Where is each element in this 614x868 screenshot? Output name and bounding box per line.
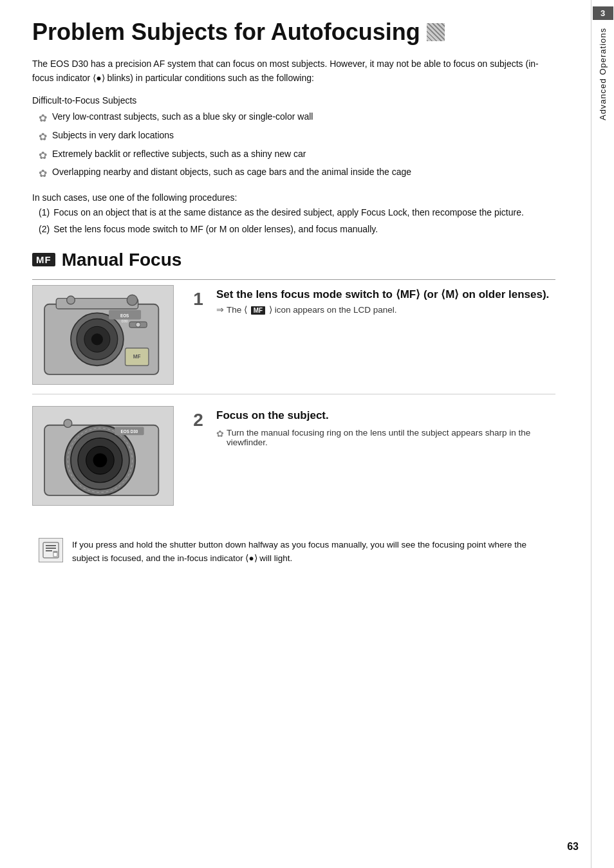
bullet-icon: ✿ <box>39 165 47 182</box>
svg-text:EOS D30: EOS D30 <box>120 429 138 434</box>
sidebar: 3 Advanced Operations <box>591 0 614 868</box>
arrow-icon: ⇒ <box>216 304 224 315</box>
title-text: Problem Subjects for Autofocusing <box>32 19 420 45</box>
svg-point-5 <box>91 333 103 345</box>
step-1-header: 1 Set the lens focus mode switch to ⟨MF⟩… <box>187 288 555 315</box>
step-1-note: ⇒ The ⟨ MF ⟩ icon appears on the LCD pan… <box>216 304 549 315</box>
bullet-text: Subjects in very dark locations <box>52 128 174 142</box>
sidebar-number-badge: 3 <box>593 6 613 20</box>
svg-rect-26 <box>46 545 56 546</box>
step-2-title: Focus on the subject. <box>216 409 555 423</box>
note-box: If you press and hold the shutter button… <box>32 538 555 566</box>
step-2-image: EOS D30 <box>32 406 174 506</box>
intro-text: The EOS D30 has a precision AF system th… <box>32 59 539 83</box>
step-1-number: 1 <box>187 289 210 309</box>
svg-rect-27 <box>46 548 56 549</box>
page-title: Problem Subjects for Autofocusing <box>32 19 555 45</box>
bullet-text: Extremely backlit or reflective subjects… <box>52 147 306 161</box>
procedures-list: (1) Focus on an object that is at the sa… <box>32 205 555 237</box>
list-item: ✿ Very low-contrast subjects, such as a … <box>39 109 555 127</box>
mf-section-title: MF Manual Focus <box>32 250 555 270</box>
camera-illustration-1: EOS D30 MF <box>39 288 167 382</box>
svg-text:EOS: EOS <box>120 313 129 317</box>
step-1-title-block: Set the lens focus mode switch to ⟨MF⟩ (… <box>216 288 549 315</box>
mf-badge: MF <box>32 253 55 266</box>
steps-container: EOS D30 MF <box>32 279 555 512</box>
step-2-note: ✿ Turn the manual focusing ring on the l… <box>216 428 555 447</box>
bullet-icon: ✿ <box>39 147 47 164</box>
step-2-header: 2 Focus on the subject. ✿ Turn the manua… <box>187 409 555 448</box>
intro-paragraph: The EOS D30 has a precision AF system th… <box>32 57 555 86</box>
difficult-label: Difficult-to-Focus Subjects <box>32 95 555 106</box>
bullet-text: Overlapping nearby and distant objects, … <box>52 165 411 179</box>
svg-text:MF: MF <box>133 354 141 360</box>
svg-point-12 <box>136 322 140 326</box>
difficult-label-text: Difficult-to-Focus Subjects <box>32 95 136 106</box>
svg-point-24 <box>64 419 72 427</box>
list-item: (2) Set the lens focus mode switch to MF… <box>39 222 555 236</box>
list-item: ✿ Subjects in very dark locations <box>39 128 555 145</box>
page-number: 63 <box>567 841 579 853</box>
bullet-icon: ✿ <box>216 429 224 439</box>
bullet-icon: ✿ <box>39 110 47 127</box>
step-1-note-text: The ⟨ MF ⟩ icon appears on the LCD panel… <box>227 304 397 315</box>
svg-rect-30 <box>53 551 57 553</box>
svg-point-14 <box>127 295 137 305</box>
step-2-content: 2 Focus on the subject. ✿ Turn the manua… <box>187 406 555 453</box>
step-1-row: EOS D30 MF <box>32 279 555 385</box>
list-item: (1) Focus on an object that is at the sa… <box>39 205 555 219</box>
note-symbol <box>42 541 60 559</box>
step-2-note-text: Turn the manual focusing ring on the len… <box>227 428 555 447</box>
step-1-title: Set the lens focus mode switch to ⟨MF⟩ (… <box>216 288 549 302</box>
step-1-image: EOS D30 MF <box>32 285 174 385</box>
svg-rect-28 <box>46 550 52 551</box>
procedures-intro: In such cases, use one of the following … <box>32 192 555 203</box>
list-item: ✿ Extremely backlit or reflective subjec… <box>39 147 555 164</box>
svg-text:D30: D30 <box>122 319 128 322</box>
camera-illustration-2: EOS D30 <box>39 409 167 503</box>
step-divider <box>32 394 555 394</box>
step-2-row: EOS D30 2 Focus on the subject. <box>32 401 555 506</box>
bullet-list: ✿ Very low-contrast subjects, such as a … <box>32 109 555 181</box>
step-1-content: 1 Set the lens focus mode switch to ⟨MF⟩… <box>187 285 555 320</box>
note-icon <box>39 538 63 562</box>
svg-point-13 <box>67 296 75 304</box>
title-icon <box>427 23 445 41</box>
note-text: If you press and hold the shutter button… <box>72 538 549 566</box>
svg-point-20 <box>93 453 107 467</box>
step-2-number: 2 <box>187 410 210 430</box>
list-item: ✿ Overlapping nearby and distant objects… <box>39 165 555 182</box>
step-2-title-block: Focus on the subject. ✿ Turn the manual … <box>216 409 555 448</box>
mf-title-text: Manual Focus <box>62 250 182 270</box>
bullet-icon: ✿ <box>39 129 47 145</box>
bullet-text: Very low-contrast subjects, such as a bl… <box>52 109 313 124</box>
mf-icon-inline: MF <box>251 306 265 315</box>
sidebar-label: Advanced Operations <box>598 28 608 120</box>
